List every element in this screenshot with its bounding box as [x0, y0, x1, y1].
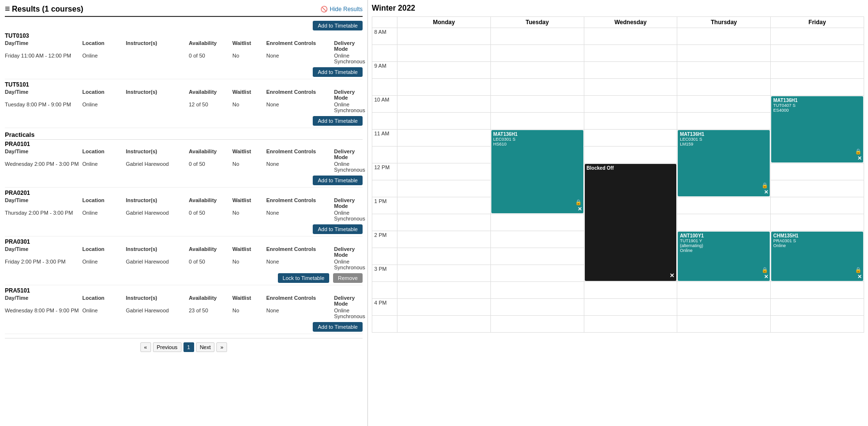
pagination-last[interactable]: »: [216, 342, 227, 352]
calendar-cell: [397, 248, 491, 265]
remove-pra0301[interactable]: Remove: [333, 273, 363, 283]
thursday-header: Thursday: [677, 17, 771, 28]
lock-icon[interactable]: 🔒: [575, 199, 582, 206]
val-delivery: Online Synchronous: [334, 259, 365, 270]
val-availability: 0 of 50: [189, 210, 232, 221]
course-columns-pra0101: Day/Time Location Instructor(s) Availabi…: [5, 148, 363, 160]
time-label: [372, 79, 397, 96]
calendar-cell: [677, 316, 771, 333]
col-waitlist: Waitlist: [232, 197, 266, 209]
calendar-cell: [397, 231, 491, 248]
pagination-prev[interactable]: Previous: [153, 342, 182, 352]
add-timetable-tut0103[interactable]: Add to Timetable: [313, 67, 363, 77]
val-location: Online: [82, 102, 126, 113]
pagination-first[interactable]: «: [140, 342, 151, 352]
lock-icon[interactable]: 🔒: [761, 182, 768, 189]
event-title: MAT136H1: [680, 132, 768, 137]
calendar-cell: [397, 45, 491, 62]
time-label: [372, 282, 397, 299]
calendar-cell: [771, 299, 864, 316]
calendar-cell: [584, 62, 677, 79]
top-add-to-timetable-button[interactable]: Add to Timetable: [313, 21, 363, 30]
calendar-cell: [397, 197, 491, 214]
event-title: ANT100Y1: [680, 233, 768, 238]
calendar-cell: [397, 147, 491, 163]
add-timetable-pra0201[interactable]: Add to Timetable: [313, 224, 363, 234]
col-availability: Availability: [189, 40, 232, 52]
col-location: Location: [82, 295, 126, 307]
close-icon[interactable]: ✕: [764, 189, 768, 195]
wednesday-header: Wednesday: [584, 17, 677, 28]
close-icon[interactable]: ✕: [578, 206, 582, 212]
col-enrolment: Enrolment Controls: [266, 40, 334, 52]
val-enrolment: None: [266, 308, 334, 319]
col-location: Location: [82, 246, 126, 258]
calendar-cell: [677, 96, 771, 113]
calendar-container: Monday Tuesday Wednesday Thursday Friday…: [372, 16, 864, 333]
add-timetable-tut5101[interactable]: Add to Timetable: [313, 116, 363, 126]
col-waitlist: Waitlist: [232, 89, 266, 101]
col-instructor: Instructor(s): [126, 89, 189, 101]
close-icon[interactable]: ✕: [857, 274, 862, 280]
calendar-cell: MAT136H1LEC0301 SHS610🔒✕: [490, 130, 584, 214]
calendar-cell: [771, 28, 864, 45]
course-block-pra0201: PRA0201 Day/Time Location Instructor(s) …: [5, 190, 363, 236]
col-delivery: Delivery Mode: [334, 295, 363, 307]
pagination-next[interactable]: Next: [196, 342, 215, 352]
event-location: Online: [773, 243, 861, 248]
lock-timetable-pra0301[interactable]: Lock to Timetable: [278, 273, 329, 283]
calendar-row: 10 AMMAT136H1TUT0407 SES4000🔒✕: [372, 96, 864, 113]
left-panel: Results (1 courses) 🚫 Hide Results Add t…: [0, 0, 368, 426]
col-instructor: Instructor(s): [126, 246, 189, 258]
col-delivery: Delivery Mode: [334, 148, 363, 160]
close-icon[interactable]: ✕: [670, 272, 674, 279]
close-icon[interactable]: ✕: [764, 274, 768, 280]
event-title: MAT136H1: [493, 132, 581, 137]
calendar-cell: [584, 282, 677, 299]
add-timetable-pra5101[interactable]: Add to Timetable: [313, 322, 363, 332]
col-availability: Availability: [189, 89, 232, 101]
lock-icon[interactable]: 🔒: [855, 267, 862, 273]
val-availability: 0 of 50: [189, 161, 232, 173]
calendar-cell: [677, 299, 771, 316]
calendar-cell: [397, 282, 491, 299]
course-values-pra0201: Thursday 2:00 PM - 3:00 PM Online Gabrie…: [5, 210, 363, 221]
val-availability: 0 of 50: [189, 259, 232, 270]
course-code-tut5101: TUT5101: [5, 81, 363, 88]
pagination-page-1[interactable]: 1: [183, 342, 194, 352]
val-instructor: Gabriel Harewood: [126, 210, 189, 221]
calendar-cell: [771, 214, 864, 231]
val-enrolment: None: [266, 259, 334, 270]
hide-results-link[interactable]: 🚫 Hide Results: [320, 6, 363, 13]
col-enrolment: Enrolment Controls: [266, 246, 334, 258]
event-subtitle: PRA0301 S: [773, 238, 861, 243]
close-icon[interactable]: ✕: [857, 155, 862, 162]
event-location: (alternating): [680, 243, 768, 248]
lock-icon[interactable]: 🔒: [855, 148, 862, 155]
time-label: [372, 113, 397, 130]
course-block-pra5101: PRA5101 Day/Time Location Instructor(s) …: [5, 287, 363, 334]
val-daytime: Wednesday 8:00 PM - 9:00 PM: [5, 308, 82, 319]
practicals-section-header: Practicals: [5, 131, 363, 140]
val-delivery: Online Synchronous: [334, 161, 365, 173]
calendar-cell: [584, 45, 677, 62]
course-values-tut0103: Friday 11:00 AM - 12:00 PM Online 0 of 5…: [5, 53, 363, 64]
val-location: Online: [82, 210, 126, 221]
calendar-cell: Blocked Off✕: [584, 163, 677, 282]
pra0101-btn-row: Add to Timetable: [5, 175, 363, 185]
col-delivery: Delivery Mode: [334, 40, 363, 52]
val-instructor: Gabriel Harewood: [126, 308, 189, 319]
val-waitlist: No: [232, 210, 266, 221]
calendar-cell: [584, 28, 677, 45]
val-waitlist: No: [232, 161, 266, 173]
time-label: [372, 248, 397, 265]
time-label: [372, 45, 397, 62]
calendar-event: CHM135H1PRA0301 SOnline🔒✕: [771, 232, 863, 281]
calendar-row: [372, 282, 864, 299]
right-panel: Winter 2022 Monday Tuesday Wednesday Thu…: [368, 0, 868, 426]
calendar-row: [372, 316, 864, 333]
course-block-tut5101: TUT5101 Day/Time Location Instructor(s) …: [5, 81, 363, 128]
calendar-cell: [584, 299, 677, 316]
add-timetable-pra0101[interactable]: Add to Timetable: [313, 176, 363, 185]
lock-icon[interactable]: 🔒: [761, 267, 768, 273]
